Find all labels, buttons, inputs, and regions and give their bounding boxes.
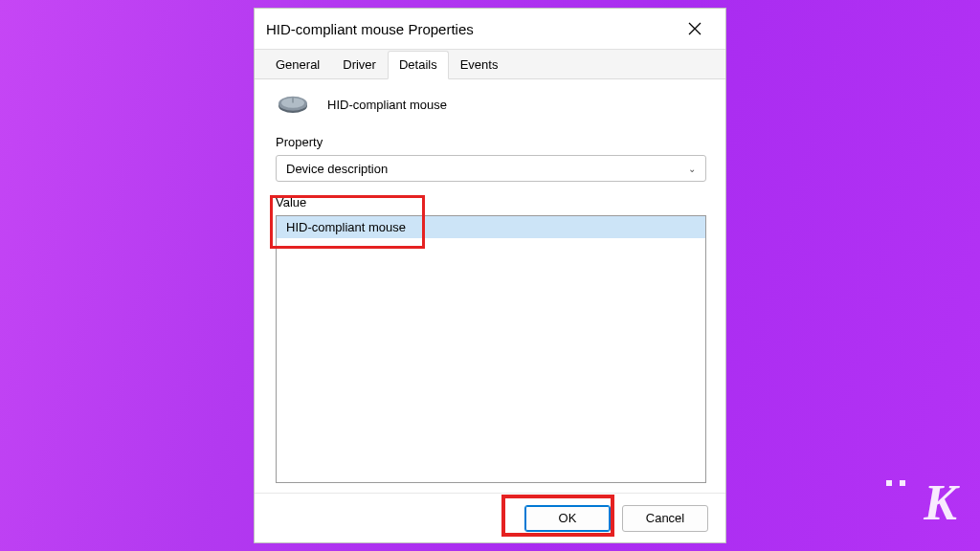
dropdown-selected: Device description bbox=[286, 162, 388, 176]
tab-driver[interactable]: Driver bbox=[331, 51, 388, 79]
tab-general[interactable]: General bbox=[264, 51, 331, 79]
tab-events[interactable]: Events bbox=[449, 51, 510, 79]
device-name: HID-compliant mouse bbox=[327, 98, 447, 112]
value-label: Value bbox=[276, 195, 706, 209]
properties-dialog: HID-compliant mouse Properties General D… bbox=[254, 8, 726, 543]
dialog-title: HID-compliant mouse Properties bbox=[266, 21, 676, 37]
mouse-icon bbox=[276, 93, 310, 116]
value-item[interactable]: HID-compliant mouse bbox=[277, 216, 705, 238]
close-button[interactable] bbox=[676, 13, 714, 44]
ok-button[interactable]: OK bbox=[524, 505, 611, 532]
button-bar: OK Cancel bbox=[255, 493, 725, 542]
tab-body: HID-compliant mouse Property Device desc… bbox=[255, 79, 725, 493]
property-dropdown[interactable]: Device description ⌄ bbox=[276, 155, 706, 182]
value-section: Value HID-compliant mouse bbox=[276, 195, 706, 483]
value-listbox[interactable]: HID-compliant mouse bbox=[276, 215, 706, 483]
titlebar: HID-compliant mouse Properties bbox=[255, 9, 725, 49]
cancel-button[interactable]: Cancel bbox=[622, 505, 708, 532]
watermark-logo: K bbox=[924, 478, 957, 528]
chevron-down-icon: ⌄ bbox=[688, 164, 696, 174]
tabstrip: General Driver Details Events bbox=[255, 49, 725, 79]
watermark-dots bbox=[886, 480, 905, 486]
property-label: Property bbox=[276, 135, 706, 149]
device-header: HID-compliant mouse bbox=[276, 93, 706, 116]
close-icon bbox=[688, 22, 702, 35]
tab-details[interactable]: Details bbox=[388, 51, 449, 79]
